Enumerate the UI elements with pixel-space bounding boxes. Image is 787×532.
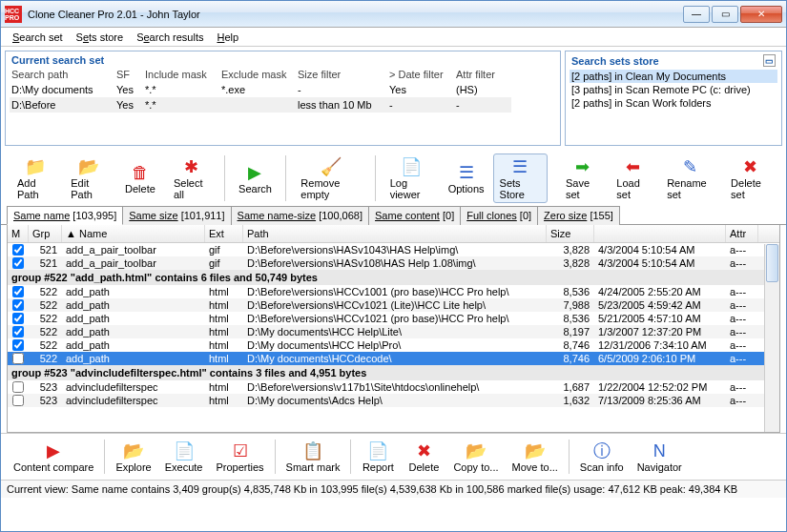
result-tabs: Same name [103,995]Same size [101,911]Sa… (1, 205, 786, 225)
cell-attr: a--- (726, 285, 758, 298)
menu-search-set[interactable]: Search set (7, 30, 69, 45)
search-cell[interactable]: - (387, 97, 454, 113)
cell-path: D:\Before\versions\v117b1\Site\htdocs\on… (243, 380, 547, 394)
button-label: Log viewer (390, 177, 433, 200)
search-cell[interactable]: *.* (143, 97, 219, 113)
table-row[interactable]: 522add_pathhtmlD:\My documents\HCC Help\… (8, 338, 779, 352)
tab[interactable]: Same content [0] (368, 206, 461, 225)
table-row[interactable]: 522add_pathhtmlD:\Before\versions\HCCv10… (8, 312, 779, 325)
search-cell[interactable]: *.exe (219, 82, 296, 97)
button-label: Delete (125, 183, 155, 194)
search-cell[interactable]: less than 10 Mb (296, 97, 387, 113)
tab[interactable]: Zero size [155] (537, 206, 620, 225)
copy-to-button[interactable]: 📂Copy to... (446, 438, 505, 476)
search-cell[interactable]: Yes (114, 82, 143, 97)
column-header[interactable]: ▲ Name (62, 225, 205, 242)
search-cell[interactable]: Yes (114, 97, 143, 113)
row-checkbox[interactable] (12, 244, 24, 256)
save-set-button[interactable]: ➡Save set (559, 153, 606, 203)
log-viewer-button[interactable]: 📄Log viewer (383, 153, 440, 203)
column-header[interactable]: Grp (29, 225, 62, 242)
table-row[interactable]: 522add_pathhtmlD:\My documents\HCCdecode… (8, 352, 779, 365)
cell-date: 12/31/2006 7:34:10 AM (594, 338, 726, 352)
table-row[interactable]: 521add_a_pair_toolbargifD:\Before\versio… (8, 256, 779, 270)
column-header[interactable]: Path (243, 225, 547, 242)
rename-set-button[interactable]: ✎Rename set (660, 153, 720, 203)
scrollbar-thumb[interactable] (766, 244, 778, 282)
delete-path-button[interactable]: 🗑Delete (117, 153, 163, 203)
search-cell[interactable]: D:\Before (10, 97, 114, 113)
button-label: Delete (409, 461, 440, 473)
delete-set-button[interactable]: ✖Delete set (724, 153, 777, 203)
menu-help[interactable]: Help (211, 30, 244, 45)
content-compare-button[interactable]: ▶Content compare (7, 438, 100, 476)
delete-file-button[interactable]: ✖Delete (401, 438, 446, 476)
tab[interactable]: Full clones [0] (460, 206, 538, 225)
move-to-button[interactable]: 📂Move to... (506, 438, 565, 476)
menu-search-results[interactable]: Search results (131, 30, 209, 45)
column-header[interactable]: Ext (205, 225, 243, 242)
search-cell[interactable]: (HS) (454, 82, 511, 97)
search-header: Size filter (296, 67, 387, 82)
row-checkbox[interactable] (12, 286, 24, 297)
search-cell[interactable] (219, 97, 296, 113)
cell-attr: a--- (726, 312, 758, 325)
scan-info-button[interactable]: ⓘScan info (573, 438, 631, 476)
table-row[interactable]: 522add_pathhtmlD:\Before\versions\HCCv10… (8, 298, 779, 312)
smart-mark-button[interactable]: 📋Smart mark (280, 438, 347, 476)
options-button[interactable]: ☰Options (444, 153, 489, 203)
row-checkbox[interactable] (12, 326, 24, 338)
column-header[interactable]: Size (547, 225, 594, 242)
table-row[interactable]: 522add_pathhtmlD:\Before\versions\HCCv10… (8, 285, 779, 298)
explore-button[interactable]: 📂Explore (109, 438, 157, 476)
menu-sets-store[interactable]: Sets store (71, 30, 130, 45)
sets-store-button[interactable]: ☰Sets Store (493, 153, 548, 203)
vertical-scrollbar[interactable] (764, 244, 779, 432)
search-cell[interactable]: *.* (143, 82, 219, 97)
load-set-button[interactable]: ⬅Load set (610, 153, 656, 203)
search-cell[interactable]: Yes (387, 82, 454, 97)
minimize-button[interactable]: — (683, 6, 710, 23)
maximize-button[interactable]: ▭ (712, 6, 738, 23)
table-row[interactable]: 523advincludefilterspechtmlD:\My documen… (8, 394, 779, 407)
row-checkbox[interactable] (12, 299, 24, 311)
table-row[interactable]: 521add_a_pair_toolbargifD:\Before\versio… (8, 243, 779, 256)
search-cell[interactable]: - (454, 97, 511, 113)
add-path-button[interactable]: 📁Add Path (10, 153, 60, 203)
row-checkbox[interactable] (12, 395, 24, 406)
store-item[interactable]: [2 paths] in Clean My Documents (570, 70, 777, 83)
row-checkbox[interactable] (12, 353, 24, 364)
cell-size: 3,828 (547, 243, 594, 256)
cell-size: 8,746 (547, 352, 594, 365)
search-cell[interactable]: D:\My documents (10, 82, 114, 97)
store-item[interactable]: [3 paths] in Scan Remote PC (c: drive) (570, 83, 777, 96)
execute-button[interactable]: 📄Execute (158, 438, 210, 476)
search-cell[interactable]: - (296, 82, 387, 97)
column-header[interactable] (594, 225, 726, 242)
navigator-button[interactable]: NNavigator (631, 438, 689, 476)
store-item[interactable]: [2 paths] in Scan Work folders (570, 96, 777, 110)
tab[interactable]: Same size [101,911] (122, 206, 231, 225)
row-checkbox[interactable] (12, 381, 24, 393)
report-button[interactable]: 📄Report (355, 438, 401, 476)
edit-path-button[interactable]: 📂Edit Path (64, 153, 114, 203)
tab[interactable]: Same name-size [100,068] (231, 206, 369, 225)
table-row[interactable]: 523advincludefilterspechtmlD:\Before\ver… (8, 380, 779, 394)
row-checkbox[interactable] (12, 313, 24, 324)
tab[interactable]: Same name [103,995] (7, 206, 123, 225)
close-button[interactable]: ✕ (740, 6, 782, 23)
row-checkbox[interactable] (12, 257, 24, 269)
column-header[interactable]: Attr (726, 225, 758, 242)
table-row[interactable]: 522add_pathhtmlD:\My documents\HCC Help\… (8, 325, 779, 338)
remove-empty-button[interactable]: 🧹Remove empty (294, 153, 367, 203)
column-header[interactable]: M (8, 225, 29, 242)
cell-grp: 522 (29, 312, 62, 325)
search-button[interactable]: ▶Search (232, 153, 278, 203)
button-label: Smart mark (286, 461, 341, 473)
panel-close-icon[interactable]: ▭ (763, 54, 776, 67)
button-label: Options (448, 183, 485, 194)
button-label: Save set (566, 177, 599, 200)
select-all-button[interactable]: ✱Select all (167, 153, 217, 203)
properties-button[interactable]: ☑Properties (209, 438, 270, 476)
row-checkbox[interactable] (12, 339, 24, 351)
